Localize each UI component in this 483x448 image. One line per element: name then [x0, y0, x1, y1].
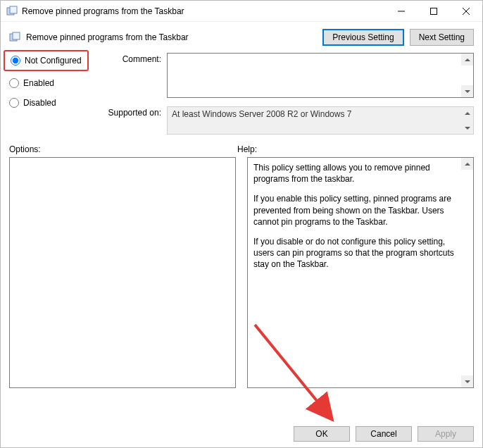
radio-not-configured-label: Not Configured [25, 56, 82, 66]
window-title: Remove pinned programs from the Taskbar [22, 6, 385, 16]
state-radios: Not Configured Enabled Disabled [9, 53, 94, 135]
header-bar: Remove pinned programs from the Taskbar … [1, 22, 482, 53]
close-button[interactable] [450, 1, 482, 21]
previous-setting-button[interactable]: Previous Setting [322, 29, 403, 46]
highlight-annotation: Not Configured [4, 50, 89, 71]
supported-on-label: Supported on: [106, 106, 161, 118]
help-paragraph: If you disable or do not configure this … [253, 236, 468, 270]
radio-disabled-label: Disabled [23, 98, 56, 108]
config-area: Not Configured Enabled Disabled Comment:… [1, 53, 482, 135]
pane-labels: Options: Help: [1, 135, 482, 157]
panes: This policy setting allows you to remove… [1, 157, 482, 388]
help-pane: This policy setting allows you to remove… [247, 157, 474, 388]
window-controls [385, 1, 482, 21]
scroll-up-icon[interactable] [461, 107, 473, 119]
supported-on-field: At least Windows Server 2008 R2 or Windo… [167, 106, 474, 135]
scroll-down-icon[interactable] [461, 122, 473, 134]
radio-not-configured[interactable]: Not Configured [11, 56, 82, 66]
supported-on-value: At least Windows Server 2008 R2 or Windo… [172, 109, 351, 119]
scroll-up-icon[interactable] [461, 158, 473, 170]
svg-rect-7 [13, 32, 20, 39]
options-pane [9, 157, 236, 388]
help-paragraph: This policy setting allows you to remove… [253, 162, 468, 185]
help-paragraph: If you enable this policy setting, pinne… [253, 193, 468, 228]
svg-rect-3 [431, 8, 437, 14]
header-title: Remove pinned programs from the Taskbar [26, 32, 317, 42]
apply-button: Apply [418, 426, 474, 442]
comment-label: Comment: [106, 53, 161, 64]
ok-button[interactable]: OK [294, 426, 350, 442]
next-setting-button[interactable]: Next Setting [410, 29, 474, 46]
radio-enabled-label: Enabled [23, 78, 54, 88]
dialog-footer: OK Cancel Apply [294, 426, 474, 442]
minimize-button[interactable] [385, 1, 418, 21]
cancel-button[interactable]: Cancel [356, 426, 412, 442]
maximize-button[interactable] [418, 1, 450, 21]
help-label: Help: [237, 144, 474, 154]
radio-disabled[interactable]: Disabled [9, 98, 94, 108]
scroll-up-icon[interactable] [461, 54, 473, 66]
radio-not-configured-input[interactable] [11, 56, 20, 66]
scroll-down-icon[interactable] [461, 375, 473, 387]
radio-disabled-input[interactable] [9, 98, 19, 108]
radio-enabled[interactable]: Enabled [9, 78, 94, 88]
radio-enabled-input[interactable] [9, 78, 19, 88]
options-label: Options: [9, 144, 237, 154]
titlebar: Remove pinned programs from the Taskbar [1, 1, 482, 22]
scroll-down-icon[interactable] [461, 85, 473, 97]
fields-area: Comment: Supported on: At least Windows … [106, 53, 474, 135]
policy-icon [9, 32, 20, 43]
svg-rect-1 [10, 6, 17, 13]
policy-icon [6, 6, 18, 17]
comment-field[interactable] [167, 53, 474, 98]
